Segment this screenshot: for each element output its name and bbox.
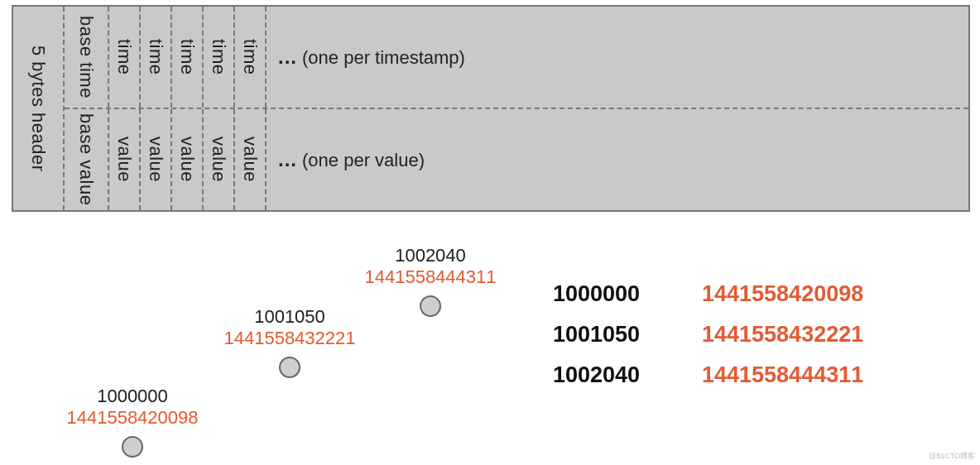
- header-bytes-cell: 5 bytes header: [13, 7, 65, 210]
- row-timestamp: 1441558432221: [702, 322, 863, 348]
- row-timestamp: 1441558444311: [702, 362, 863, 388]
- table-row: 1000000 1441558420098: [553, 281, 863, 307]
- value-label: value: [208, 137, 229, 182]
- base-time-label: base time: [75, 16, 97, 98]
- table-row: 1001050 1441558432221: [553, 322, 863, 348]
- time-cell: time: [235, 7, 267, 108]
- value-cell: value: [109, 109, 141, 210]
- time-cell: time: [204, 7, 235, 108]
- row-value: 1000000: [553, 281, 702, 307]
- values-row: base value value value value value value…: [65, 108, 968, 210]
- time-cell: time: [141, 7, 172, 108]
- value-cell: value: [172, 109, 204, 210]
- point-value: 1002040: [348, 245, 513, 266]
- values-note: (one per value): [302, 150, 425, 170]
- value-cell: value: [204, 109, 235, 210]
- base-time-cell: base time: [65, 7, 109, 108]
- time-label: time: [145, 39, 166, 75]
- time-label: time: [113, 39, 135, 75]
- point-marker-icon: [420, 295, 441, 317]
- data-table: 1000000 1441558420098 1001050 1441558432…: [553, 281, 863, 403]
- time-label: time: [176, 39, 198, 75]
- data-point-2: 1001050 1441558432221: [207, 306, 372, 378]
- time-cell: time: [172, 7, 204, 108]
- timestamps-row: base time time time time time time ...(o…: [65, 7, 968, 108]
- value-label: value: [176, 137, 198, 182]
- value-label: value: [113, 137, 135, 182]
- header-bytes-label: 5 bytes header: [27, 46, 49, 172]
- values-tail: ...(one per value): [267, 148, 425, 171]
- row-timestamp: 1441558420098: [702, 281, 863, 307]
- time-label: time: [208, 39, 229, 75]
- time-label: time: [239, 39, 261, 75]
- row-value: 1001050: [553, 322, 702, 348]
- timestamps-note: (one per timestamp): [302, 47, 465, 68]
- point-timestamp: 1441558432221: [207, 328, 372, 349]
- time-cell: time: [109, 7, 141, 108]
- value-label: value: [239, 137, 261, 182]
- ellipsis: ...: [278, 148, 297, 170]
- data-point-1: 1000000 1441558420098: [50, 386, 215, 458]
- point-value: 1000000: [50, 386, 215, 407]
- base-value-label: base value: [75, 113, 97, 205]
- timestamps-tail: ...(one per timestamp): [267, 46, 465, 69]
- row-value: 1002040: [553, 362, 702, 388]
- value-cell: value: [235, 109, 267, 210]
- rows-container: base time time time time time time ...(o…: [65, 7, 968, 210]
- point-marker-icon: [279, 357, 300, 378]
- table-row: 1002040 1441558444311: [553, 362, 863, 388]
- point-timestamp: 1441558444311: [348, 266, 513, 288]
- value-label: value: [145, 137, 166, 182]
- base-value-cell: base value: [65, 109, 109, 210]
- point-timestamp: 1441558420098: [50, 407, 215, 429]
- value-cell: value: [141, 109, 172, 210]
- data-layout-diagram: 5 bytes header base time time time time …: [12, 5, 970, 212]
- point-marker-icon: [122, 436, 143, 458]
- watermark: @51CTO博客: [929, 451, 975, 462]
- ellipsis: ...: [278, 46, 297, 68]
- data-point-3: 1002040 1441558444311: [348, 245, 513, 317]
